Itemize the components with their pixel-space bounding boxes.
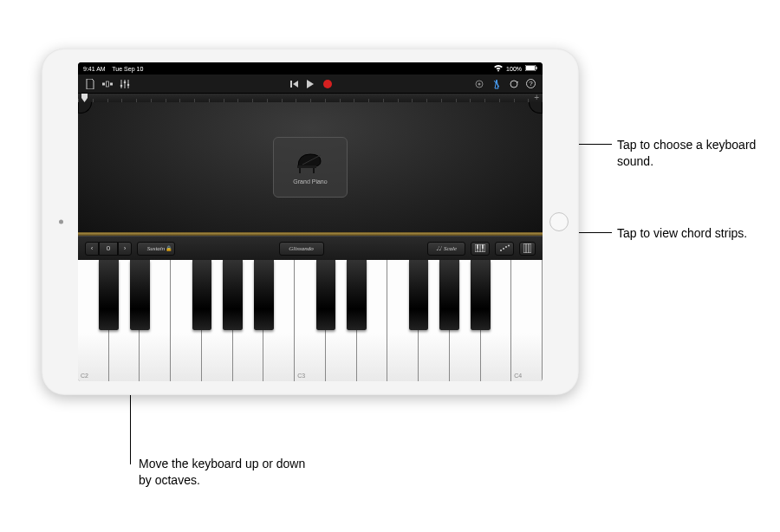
callout-choose-sound: Tap to choose a keyboard sound. [617,137,764,170]
svg-point-7 [124,81,127,83]
white-key[interactable]: C4 [511,260,543,381]
white-key[interactable] [171,260,202,381]
white-key[interactable] [481,260,512,381]
status-time: 9:41 AM [83,66,106,72]
svg-point-24 [505,246,507,248]
status-time-date: 9:41 AM Tue Sep 10 [83,66,143,72]
white-key[interactable] [202,260,233,381]
timeline-ruler[interactable]: + [78,94,543,102]
track-controls-icon[interactable] [120,79,130,89]
octave-up-button[interactable]: › [118,242,132,256]
front-camera [59,220,63,224]
white-key[interactable] [387,260,419,381]
sustain-button[interactable]: Sustain 🔒 [137,242,175,256]
white-key[interactable] [263,260,295,381]
white-key[interactable] [109,260,140,381]
keyboard-layout-button[interactable] [471,242,490,256]
ipad-device-frame: 9:41 AM Tue Sep 10 100% [42,49,579,395]
white-key[interactable] [233,260,264,381]
white-key[interactable]: C3 [295,260,326,381]
status-bar: 9:41 AM Tue Sep 10 100% [78,62,543,75]
key-label-c3: C3 [297,373,305,379]
loop-settings-icon[interactable] [509,79,519,89]
app-toolbar: ? [78,75,543,94]
sound-browser-icon[interactable] [102,79,113,89]
chord-strips-button[interactable] [519,242,536,256]
white-key[interactable] [450,260,481,381]
svg-rect-4 [107,81,109,87]
new-project-icon[interactable] [85,79,95,89]
wifi-icon [494,65,503,73]
octave-down-button[interactable]: ‹ [85,242,99,256]
svg-point-22 [500,250,502,251]
transport-controls [288,79,333,89]
lock-icon: 🔒 [166,245,172,251]
svg-rect-5 [110,82,113,85]
svg-point-10 [478,82,481,85]
help-icon[interactable]: ? [526,79,536,88]
scale-label: Scale [444,245,457,252]
status-date: Tue Sep 10 [112,66,143,72]
callout-chord-strips: Tap to view chord strips. [617,225,764,242]
home-button[interactable] [549,212,569,231]
playhead-icon[interactable] [81,94,87,102]
play-button[interactable] [305,79,315,89]
svg-rect-1 [526,66,535,70]
key-label-c4: C4 [514,373,522,379]
svg-rect-20 [477,244,478,249]
glissando-button[interactable]: Glissando [279,242,324,256]
battery-icon [525,65,537,72]
white-key[interactable] [140,260,171,381]
record-button[interactable] [322,79,333,89]
note-icon: ♩♩ [436,245,441,252]
chord-strips-icon [523,243,531,253]
instrument-backdrop: Grand Piano [78,102,543,232]
octave-value-display: 0 [99,242,118,256]
grand-piano-icon [295,151,326,175]
arpeggiator-button[interactable] [495,242,514,256]
svg-point-6 [120,84,123,87]
sustain-label: Sustain [147,245,166,252]
svg-rect-13 [297,165,316,168]
svg-rect-2 [536,67,536,69]
instrument-sound-name: Grand Piano [293,178,327,185]
keyboard-control-strip: ‹ 0 › Sustain 🔒 Glissando ♩♩ Scale [78,236,543,260]
svg-point-23 [503,248,504,250]
metronome-icon[interactable] [491,79,502,89]
piano-keyboard[interactable]: C2 C3 C4 [78,260,543,381]
go-to-beginning-button[interactable] [288,79,298,89]
add-section-button[interactable]: + [534,93,539,102]
svg-point-25 [508,245,510,247]
white-key[interactable]: C2 [78,260,109,381]
arpeggiator-icon [499,244,510,252]
white-key[interactable] [419,260,450,381]
keyboard-size-icon [475,244,485,252]
key-label-c2: C2 [81,373,88,379]
instrument-sound-picker[interactable]: Grand Piano [273,137,348,198]
scale-button[interactable]: ♩♩ Scale [427,242,465,256]
white-key[interactable] [326,260,357,381]
svg-point-12 [510,81,517,88]
master-volume-icon[interactable] [474,79,484,89]
octave-segmented-control: ‹ 0 › [85,242,132,256]
svg-rect-26 [523,243,531,253]
svg-point-8 [127,83,130,86]
svg-rect-21 [482,244,484,249]
app-screen: 9:41 AM Tue Sep 10 100% [78,62,543,381]
battery-percent: 100% [506,66,522,72]
callout-octave: Move the keyboard up or down by octaves. [139,456,321,489]
svg-rect-3 [102,82,105,85]
white-key[interactable] [357,260,388,381]
